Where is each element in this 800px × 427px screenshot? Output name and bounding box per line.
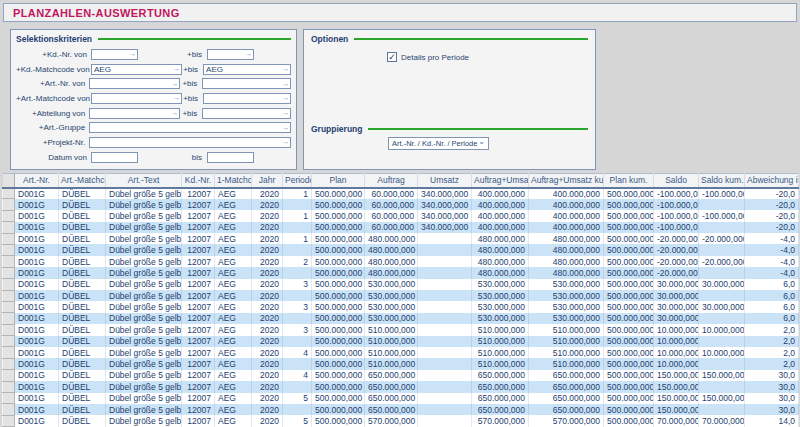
table-row: D001GDÜBELDübel größe 5 gelb12007AEG2020… — [3, 336, 799, 347]
results-table: Art.-Nr.Art.-MatchcodeArt.-TextKd.-Nr.1-… — [2, 173, 799, 427]
row-selector[interactable] — [3, 313, 15, 324]
cell-auftrag-umsatz-kum: 530.000,000 — [529, 301, 604, 312]
criteria-row-art-matchcode: +Art.-Matchcode von → +bis → — [16, 91, 291, 106]
cell-plan-kum: 500.000,000 — [604, 358, 654, 369]
projekt-nr-input[interactable] — [89, 137, 291, 148]
planzahlen-auswertung-window: PLANZAHLEN-AUSWERTUNG Selektionskriterie… — [0, 0, 800, 427]
column-header-art-nr[interactable]: Art.-Nr. — [15, 174, 59, 188]
kd-matchcode-von-input[interactable] — [91, 64, 182, 75]
cell-1-matchcode: AEG — [215, 324, 252, 335]
row-selector[interactable] — [3, 415, 15, 426]
cell-auftrag-umsatz: 650.000,000 — [472, 370, 529, 381]
options-title: Optionen — [311, 34, 348, 44]
details-pro-periode-checkbox[interactable]: ✓ — [387, 52, 397, 62]
cell-kd-nr: 12007 — [182, 404, 215, 415]
cell-plan: 500.000,000 — [312, 393, 365, 404]
row-selector[interactable] — [3, 301, 15, 312]
column-header-periode[interactable]: Periode — [283, 174, 312, 188]
cell-1-matchcode: AEG — [215, 233, 252, 244]
column-header-auftrag[interactable]: Auftrag — [365, 174, 418, 188]
lookup-arrow-icon[interactable]: → — [282, 138, 289, 146]
column-header-umsatz[interactable]: Umsatz — [418, 174, 472, 188]
row-selector[interactable] — [3, 279, 15, 290]
cell-saldo: -20.000,000 — [654, 233, 699, 244]
cell-art-nr: D001G — [15, 347, 59, 358]
cell-art-text: Dübel größe 5 gelb — [106, 324, 182, 335]
table-row: D001GDÜBELDübel größe 5 gelb12007AEG2020… — [3, 233, 799, 244]
row-selector[interactable] — [3, 347, 15, 358]
cell-abweichung: 6,0 — [745, 313, 799, 324]
cell-umsatz — [418, 313, 472, 324]
row-selector[interactable] — [3, 188, 15, 199]
cell-saldo-kum — [699, 404, 745, 415]
artnr-bis-input[interactable] — [202, 78, 291, 89]
table-row: D001GDÜBELDübel größe 5 gelb12007AEG2020… — [3, 393, 799, 404]
column-header-jahr[interactable]: Jahr — [252, 174, 283, 188]
row-selector[interactable] — [3, 210, 15, 221]
column-header-plan[interactable]: Plan — [312, 174, 365, 188]
row-selector[interactable] — [3, 233, 15, 244]
cell-umsatz — [418, 336, 472, 347]
lookup-arrow-icon[interactable]: → — [282, 109, 289, 117]
datum-von-input[interactable] — [91, 152, 138, 163]
cell-auftrag: 480.000,000 — [365, 267, 418, 278]
lookup-arrow-icon[interactable]: → — [282, 65, 289, 73]
column-header-art-matchcode[interactable]: Art.-Matchcode — [59, 174, 106, 188]
column-header-saldo-kum[interactable]: Saldo kum. — [699, 174, 745, 188]
row-selector[interactable] — [3, 222, 15, 233]
lookup-arrow-icon[interactable]: → — [282, 124, 289, 132]
row-selector[interactable] — [3, 244, 15, 255]
lookup-arrow-icon[interactable]: → — [171, 80, 178, 88]
cell-plan-kum: 500.000,000 — [604, 210, 654, 221]
row-selector[interactable] — [3, 336, 15, 347]
row-selector[interactable] — [3, 199, 15, 210]
lookup-arrow-icon[interactable]: → — [282, 94, 289, 102]
column-header-auftrag-umsatz-kum[interactable]: Auftrag+Umsatz kum. — [529, 174, 604, 188]
kd-matchcode-bis-input[interactable] — [203, 64, 291, 75]
cell-abweichung: 2,0 — [745, 324, 799, 335]
cell-auftrag-umsatz-kum: 650.000,000 — [529, 381, 604, 392]
row-selector[interactable] — [3, 324, 15, 335]
grouping-dropdown[interactable]: Art.-Nr. / Kd.-Nr. / Periode ⌄ — [388, 137, 489, 150]
lookup-arrow-icon[interactable]: → — [171, 109, 178, 117]
row-selector[interactable] — [3, 393, 15, 404]
lookup-arrow-icon[interactable]: → — [245, 50, 252, 58]
column-header-saldo[interactable]: Saldo — [654, 174, 699, 188]
cell-saldo: 150.000,000 — [654, 404, 699, 415]
cell-saldo-kum: -100.000,000 — [699, 210, 745, 221]
artnr-von-input[interactable] — [89, 78, 180, 89]
cell-art-text: Dübel größe 5 gelb — [106, 210, 182, 221]
lookup-arrow-icon[interactable]: → — [173, 94, 180, 102]
lookup-arrow-icon[interactable]: → — [173, 65, 180, 73]
art-matchcode-von-input[interactable] — [91, 93, 182, 104]
row-selector[interactable] — [3, 267, 15, 278]
row-selector[interactable] — [3, 381, 15, 392]
artnr-von-label: +Art.-Nr. von — [16, 79, 85, 88]
column-header-1-matchcode[interactable]: 1-Matchcoc — [215, 174, 252, 188]
abteilung-bis-input[interactable] — [202, 108, 291, 119]
column-header-kd-nr[interactable]: Kd.-Nr. — [182, 174, 215, 188]
datum-bis-input[interactable] — [207, 152, 254, 163]
cell-auftrag: 650.000,000 — [365, 404, 418, 415]
lookup-arrow-icon[interactable]: → — [282, 80, 289, 88]
column-header-abweichung[interactable]: Abweichung in % — [745, 174, 799, 188]
cell-auftrag: 60.000,000 — [365, 210, 418, 221]
art-matchcode-bis-input[interactable] — [203, 93, 291, 104]
row-selector[interactable] — [3, 256, 15, 267]
row-selector[interactable] — [3, 290, 15, 301]
row-selector[interactable] — [3, 404, 15, 415]
cell-auftrag: 60.000,000 — [365, 199, 418, 210]
column-header-plan-kum[interactable]: Plan kum. — [604, 174, 654, 188]
art-gruppe-input[interactable] — [89, 122, 291, 133]
datum-bis-label: bis — [192, 153, 202, 162]
cell-1-matchcode: AEG — [215, 199, 252, 210]
row-selector[interactable] — [3, 370, 15, 381]
cell-saldo-kum: 150.000,000 — [699, 393, 745, 404]
lookup-arrow-icon[interactable]: → — [129, 50, 136, 58]
cell-art-nr: D001G — [15, 313, 59, 324]
column-header-auftrag-umsatz[interactable]: Auftrag+Umsatz — [472, 174, 529, 188]
row-selector[interactable] — [3, 358, 15, 369]
cell-periode — [283, 222, 312, 233]
abteilung-von-input[interactable] — [89, 108, 180, 119]
column-header-art-text[interactable]: Art.-Text — [106, 174, 182, 188]
